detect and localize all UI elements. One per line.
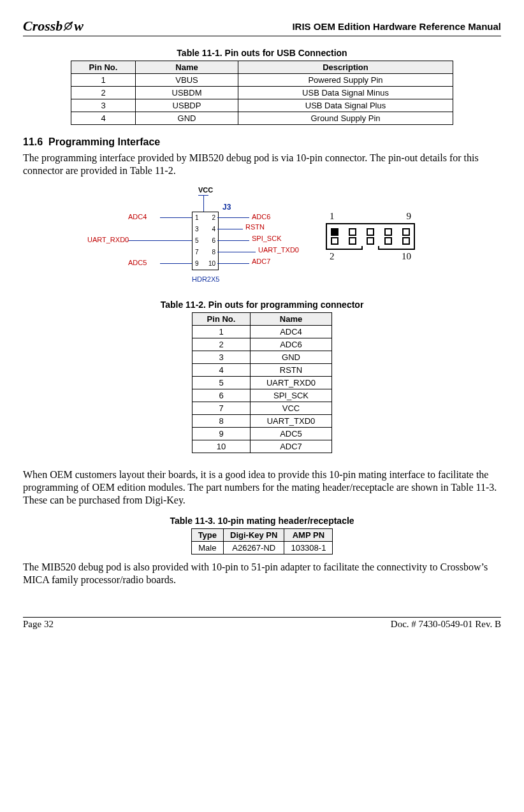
conn-pin-9: 9 (407, 211, 412, 222)
table1-h1: Name (136, 61, 238, 74)
logo-arrow-icon (62, 18, 74, 34)
schematic-figure: VCC J3 12 34 56 78 910 ADC4 UART_RXD0 AD… (109, 186, 287, 288)
table-programming-pinout: Pin No. Name 1ADC4 2ADC6 3GND 4RSTN 5UAR… (192, 312, 332, 453)
lbl-adc4: ADC4 (128, 213, 147, 221)
page-footer: Page 32 Doc. # 7430-0549-01 Rev. B (23, 617, 501, 630)
table-row: 1ADC4 (193, 326, 332, 338)
table-row: Male A26267-ND 103308-1 (191, 542, 333, 555)
pin-icon (331, 228, 338, 236)
section-title: Programming Interface (48, 136, 160, 147)
table3-caption: Table 11-3. 10-pin mating header/recepta… (23, 516, 501, 526)
conn-pin-1: 1 (330, 211, 335, 222)
table-row: 10ADC7 (193, 440, 332, 453)
pin-icon (367, 237, 374, 245)
pin-icon (384, 237, 392, 245)
table-row: 3GND (193, 351, 332, 364)
table-row: 3USBDPUSB Data Signal Plus (71, 99, 453, 112)
table2-h1: Name (251, 313, 332, 326)
paragraph-1: The programming interface provided by MI… (23, 152, 501, 177)
pin-icon (384, 228, 392, 236)
lbl-adc5: ADC5 (128, 259, 147, 266)
section-heading: 11.6 Programming Interface (23, 136, 501, 148)
lbl-adc6: ADC6 (252, 213, 270, 221)
lbl-adc7: ADC7 (252, 257, 270, 265)
logo-text-1: Crossb (23, 18, 62, 34)
table3-h1: Digi-Key PN (224, 529, 284, 542)
table2-h0: Pin No. (193, 313, 251, 326)
lbl-spi-sck: SPI_SCK (252, 235, 281, 242)
table-row: 7VCC (193, 402, 332, 415)
pin-icon (349, 237, 356, 245)
table-usb-pinout: Pin No. Name Description 1VBUSPowered Su… (71, 61, 453, 125)
logo: Crossbw (23, 18, 84, 34)
pin-icon (402, 228, 410, 236)
page-header: Crossbw IRIS OEM Edition Hardware Refere… (23, 18, 501, 36)
lbl-rstn: RSTN (245, 223, 265, 231)
table-row: 2USBDMUSB Data Signal Minus (71, 87, 453, 99)
table1-caption: Table 11-1. Pin outs for USB Connection (23, 48, 501, 58)
vcc-label: VCC (198, 186, 213, 194)
page-number: Page 32 (23, 619, 54, 630)
table3-h0: Type (191, 529, 223, 542)
connector-figure: 19 210 (326, 211, 415, 263)
logo-text-2: w (74, 18, 84, 34)
schematic-footer: HDR2X5 (192, 275, 219, 283)
table-row: 2ADC6 (193, 338, 332, 351)
pin-icon (402, 237, 410, 245)
table-mating-header: Type Digi-Key PN AMP PN Male A26267-ND 1… (191, 528, 333, 555)
table2-caption: Table 11-2. Pin outs for programming con… (23, 300, 501, 310)
pin-icon (331, 237, 338, 245)
conn-pin-10: 10 (402, 251, 411, 262)
lbl-uart-rxd0: UART_RXD0 (87, 236, 129, 243)
conn-pin-2: 2 (330, 251, 335, 262)
doc-number: Doc. # 7430-0549-01 Rev. B (391, 619, 501, 630)
table-row: 1VBUSPowered Supply Pin (71, 74, 453, 87)
table3-h2: AMP PN (284, 529, 333, 542)
table1-h2: Description (238, 61, 453, 74)
pin-icon (367, 228, 374, 236)
paragraph-2: When OEM customers layout their boards, … (23, 468, 501, 507)
table-row: 4RSTN (193, 364, 332, 377)
table-row: 6SPI_SCK (193, 389, 332, 402)
pin-icon (349, 228, 356, 236)
section-number: 11.6 (23, 136, 43, 147)
connector-notch-icon (361, 246, 379, 250)
header-box: 12 34 56 78 910 (192, 212, 219, 270)
vcc-line (203, 195, 204, 212)
document-title: IRIS OEM Edition Hardware Reference Manu… (292, 21, 501, 32)
table-row: 5UART_RXD0 (193, 377, 332, 389)
figure-row: VCC J3 12 34 56 78 910 ADC4 UART_RXD0 AD… (23, 186, 501, 288)
lbl-uart-txd0: UART_TXD0 (258, 246, 299, 254)
table-row: 4GNDGround Supply Pin (71, 112, 453, 125)
j3-label: J3 (222, 203, 231, 212)
table-row: 8UART_TXD0 (193, 415, 332, 428)
paragraph-3: The MIB520 debug pod is also provided wi… (23, 561, 501, 586)
connector-box (326, 223, 415, 250)
table1-h0: Pin No. (71, 61, 136, 74)
table-row: 9ADC5 (193, 428, 332, 440)
